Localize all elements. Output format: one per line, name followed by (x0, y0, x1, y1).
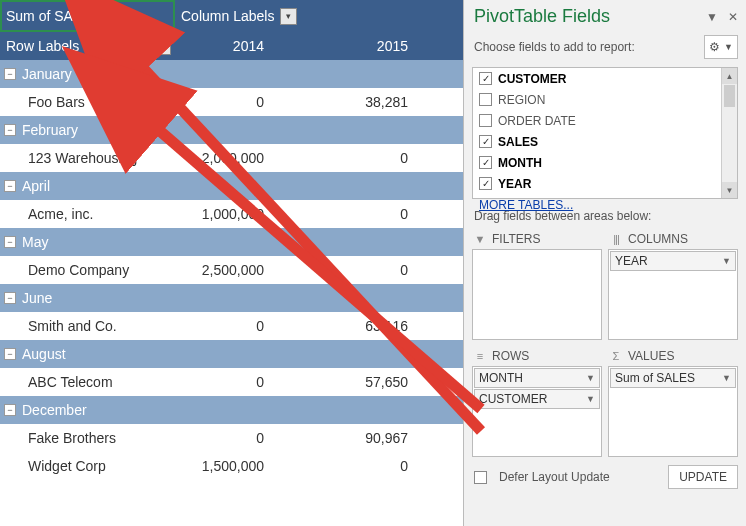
field-label: YEAR (498, 177, 531, 191)
value-2015: 0 (319, 150, 463, 166)
field-list-scrollbar[interactable]: ▲ ▼ (721, 68, 737, 198)
month-row[interactable]: −August (0, 340, 463, 368)
pill-dropdown-icon[interactable]: ▼ (586, 394, 595, 404)
value-2015: 0 (319, 458, 463, 474)
scroll-down-button[interactable]: ▼ (722, 182, 737, 198)
collapse-icon[interactable]: − (4, 348, 16, 360)
collapse-icon[interactable]: − (4, 68, 16, 80)
month-row[interactable]: −January (0, 60, 463, 88)
field-checkbox[interactable]: ✓ (479, 135, 492, 148)
field-item[interactable]: ✓YEAR (473, 173, 737, 194)
value-2015: 38,281 (319, 94, 463, 110)
pill-label: YEAR (615, 254, 648, 268)
collapse-icon[interactable]: − (4, 404, 16, 416)
value-2015: 0 (319, 262, 463, 278)
value-2014: 2,500,000 (175, 262, 319, 278)
value-2014: 1,500,000 (175, 458, 319, 474)
month-row[interactable]: −June (0, 284, 463, 312)
defer-update-checkbox[interactable] (474, 471, 487, 484)
area-field-pill[interactable]: Sum of SALES▼ (610, 368, 736, 388)
more-tables-link[interactable]: MORE TABLES... (473, 194, 737, 212)
field-options-button[interactable]: ⚙ ▼ (704, 35, 738, 59)
rows-dropzone[interactable]: MONTH▼CUSTOMER▼ (472, 366, 602, 457)
month-label: January (22, 66, 72, 82)
year-2014-header[interactable]: 2014 (175, 38, 319, 54)
column-filter-button[interactable]: ▾ (280, 8, 297, 25)
area-field-pill[interactable]: YEAR▼ (610, 251, 736, 271)
column-labels-cell[interactable]: Column Labels▾ (175, 0, 319, 32)
field-checkbox[interactable] (479, 114, 492, 127)
filters-area: ▼FILTERS (472, 229, 602, 340)
month-row[interactable]: −April (0, 172, 463, 200)
value-2014: 0 (175, 430, 319, 446)
pill-dropdown-icon[interactable]: ▼ (586, 373, 595, 383)
scroll-up-button[interactable]: ▲ (722, 68, 737, 84)
month-label: April (22, 178, 50, 194)
field-item[interactable]: ✓SALES (473, 131, 737, 152)
value-2014: 2,000,000 (175, 150, 319, 166)
data-row[interactable]: ABC Telecom057,650 (0, 368, 463, 396)
area-field-pill[interactable]: MONTH▼ (474, 368, 600, 388)
pill-label: CUSTOMER (479, 392, 547, 406)
collapse-icon[interactable]: − (4, 292, 16, 304)
area-field-pill[interactable]: CUSTOMER▼ (474, 389, 600, 409)
value-2014: 0 (175, 94, 319, 110)
field-checkbox[interactable]: ✓ (479, 72, 492, 85)
field-checkbox[interactable]: ✓ (479, 177, 492, 190)
month-label: June (22, 290, 52, 306)
values-area: ΣVALUES Sum of SALES▼ (608, 346, 738, 457)
defer-update-label[interactable]: Defer Layout Update (474, 470, 610, 484)
row-filter-button[interactable]: ↓▾ (154, 38, 171, 55)
collapse-icon[interactable]: − (4, 124, 16, 136)
month-row[interactable]: −February (0, 116, 463, 144)
value-2014: 0 (175, 374, 319, 390)
pill-dropdown-icon[interactable]: ▼ (722, 256, 731, 266)
value-2015: 0 (319, 206, 463, 222)
field-checkbox[interactable] (479, 93, 492, 106)
update-button[interactable]: UPDATE (668, 465, 738, 489)
field-checkbox[interactable]: ✓ (479, 156, 492, 169)
pill-label: MONTH (479, 371, 523, 385)
row-labels-cell[interactable]: Row Labels ↓▾ (0, 30, 175, 62)
column-labels-text: Column Labels (181, 8, 274, 24)
filters-dropzone[interactable] (472, 249, 602, 340)
rows-icon: ≡ (474, 350, 486, 362)
field-item[interactable]: ✓CUSTOMER (473, 68, 737, 89)
data-row[interactable]: Foo Bars038,281 (0, 88, 463, 116)
customer-cell: Foo Bars (0, 94, 175, 110)
pill-dropdown-icon[interactable]: ▼ (722, 373, 731, 383)
data-row[interactable]: 123 Warehousing2,000,0000 (0, 144, 463, 172)
collapse-icon[interactable]: − (4, 180, 16, 192)
collapse-icon[interactable]: − (4, 236, 16, 248)
rows-area-label: ROWS (492, 349, 529, 363)
pill-label: Sum of SALES (615, 371, 695, 385)
field-item[interactable]: ✓MONTH (473, 152, 737, 173)
areas-grid: ▼FILTERS |||COLUMNS YEAR▼ ≡ROWS MONTH▼CU… (464, 229, 746, 457)
chevron-down-icon: ▼ (724, 42, 733, 52)
close-icon[interactable]: ✕ (728, 10, 738, 24)
month-label: May (22, 234, 48, 250)
data-row[interactable]: Smith and Co.063,116 (0, 312, 463, 340)
month-row[interactable]: −May (0, 228, 463, 256)
columns-area: |||COLUMNS YEAR▼ (608, 229, 738, 340)
data-row[interactable]: Fake Brothers090,967 (0, 424, 463, 452)
dropdown-arrow-icon[interactable]: ▼ (706, 10, 718, 24)
month-label: February (22, 122, 78, 138)
customer-cell: 123 Warehousing (0, 150, 175, 166)
customer-cell: ABC Telecom (0, 374, 175, 390)
month-row[interactable]: −December (0, 396, 463, 424)
data-row[interactable]: Acme, inc.1,000,0000 (0, 200, 463, 228)
scroll-thumb[interactable] (724, 85, 735, 107)
columns-dropzone[interactable]: YEAR▼ (608, 249, 738, 340)
row-labels-text: Row Labels (6, 38, 79, 54)
field-item[interactable]: ORDER DATE (473, 110, 737, 131)
corner-cell[interactable]: Sum of SALES (0, 0, 175, 32)
data-row[interactable]: Widget Corp1,500,0000 (0, 452, 463, 480)
field-item[interactable]: REGION (473, 89, 737, 110)
year-2015-header[interactable]: 2015 (319, 38, 463, 54)
field-label: MONTH (498, 156, 542, 170)
data-row[interactable]: Demo Company2,500,0000 (0, 256, 463, 284)
field-label: ORDER DATE (498, 114, 576, 128)
values-dropzone[interactable]: Sum of SALES▼ (608, 366, 738, 457)
sigma-icon: Σ (610, 350, 622, 362)
